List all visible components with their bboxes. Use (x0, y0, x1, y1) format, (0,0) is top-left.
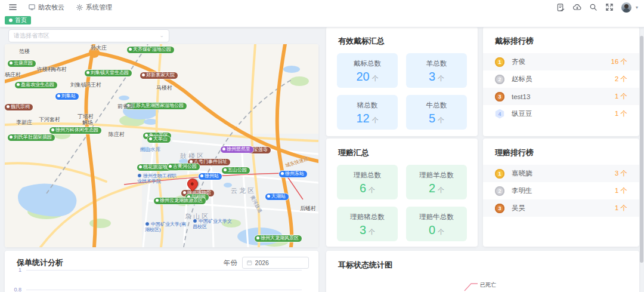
gear-icon (75, 3, 83, 11)
ranking-row: 2 赵标员 2 个 (483, 70, 639, 88)
rank-count: 1 个 (615, 186, 627, 195)
scrollbar-thumb[interactable] (640, 36, 643, 263)
stat-value: 0个 (429, 224, 444, 236)
map-poi-label: 范楼 (19, 49, 30, 55)
tag-summary-stats: 戴标总数 20个 羊总数 3个 猪总数 12个 牛总数 5个 (326, 52, 478, 130)
map-poi-label: 李新庄 (16, 120, 32, 126)
chart-gridline (26, 290, 302, 290)
rank-count: 1 个 (615, 204, 627, 213)
chart-gridline (26, 270, 302, 271)
ranking-row: 3 test13 1 个 (483, 88, 639, 105)
panel-title: 理赔汇总 (326, 139, 478, 164)
rank-name: 吴昊 (512, 204, 615, 213)
calendar-icon (247, 260, 252, 266)
map-poi-label: 刘集站 (55, 93, 79, 100)
map-poi-label: 刘集镇天堂生态园 (85, 70, 132, 76)
rank-count: 3 个 (615, 169, 627, 178)
hamburger-icon[interactable] (8, 3, 17, 11)
panel-title: 保单统计分析 (17, 257, 63, 268)
stat-card: 牛总数 5个 (406, 95, 467, 130)
region-select-placeholder: 请选择省市区 (14, 32, 49, 40)
top-navbar: 助农牧云 系统管理 ▾ (0, 0, 644, 14)
map-poi-label: 刘氏羊肚菌采摘园 (8, 134, 55, 141)
map-poi-label: 冯王村 (85, 82, 101, 88)
ranking-row: 1 嘉晓娆 3 个 (483, 165, 639, 182)
map-poi-label: 陈庄村 (109, 132, 125, 138)
rank-count: 1 个 (615, 109, 627, 118)
tag-summary-panel: 有效戴标汇总 戴标总数 20个 羊总数 3个 猪总数 12个 牛总数 5个 (326, 27, 478, 136)
map-poi-label: 解场 (82, 120, 93, 126)
rank-medal-icon: 1 (495, 169, 504, 179)
map-labels-layer: 孙大庄 范楼 天齐煤矿湿地公园 云康庄园 许楼村 梅布村 刘集镇天堂生态园 郑新… (5, 44, 318, 247)
eartag-chart-panel: 耳标状态统计图 已死亡 (326, 251, 639, 292)
stat-card: 理赔总数 6个 (337, 165, 398, 199)
map-poi-label: 后蟠村 (300, 206, 316, 212)
stat-card: 理赔猪总数 3个 (337, 207, 398, 241)
stat-value: 12个 (356, 112, 378, 124)
tag-home[interactable]: 首页 (5, 16, 31, 24)
search-icon[interactable] (589, 3, 597, 11)
map-poi-label: 古黄河公园 (167, 164, 200, 170)
stat-label: 猪总数 (357, 101, 378, 110)
map-poi-label: 马楼村 (156, 85, 172, 91)
nav-item-app[interactable]: 助农牧云 (27, 3, 64, 12)
stat-card: 理赔羊总数 2个 (406, 165, 467, 199)
tag-ranking-list: 1 齐俊 16 个 2 赵标员 2 个 3 test13 1 个 4 纵豆豆 1… (483, 53, 639, 122)
map-poi-label: 徐州万科休闲生态园 (49, 127, 101, 134)
map-poi-label: 黄河故道 (249, 195, 263, 214)
map-poi-label: 徐州站 (199, 173, 222, 180)
policy-chart-panel: 保单统计分析 年份 1 0.8 (5, 251, 318, 292)
nav-item-label: 系统管理 (86, 3, 112, 12)
stat-card: 理赔牛总数 0个 (406, 207, 467, 241)
map-poi-label: 徐州大龙湖风景区 (255, 235, 302, 242)
stat-label: 理赔总数 (354, 171, 381, 180)
map-poi-label: 徐州生物工程职业技术学院 (137, 173, 180, 185)
map-poi-label: 刘集镇 (70, 82, 86, 88)
stat-value: 6个 (360, 182, 375, 194)
stat-card: 羊总数 3个 (406, 53, 467, 88)
stat-value: 5个 (429, 112, 444, 124)
map-poi-label: 郑新袁家大院 (140, 72, 178, 79)
map-poi-label: 江苏九里湖国家湿地公园 (125, 103, 187, 109)
year-value-field[interactable] (255, 259, 304, 266)
tag-ranking-panel: 戴标排行榜 1 齐俊 16 个 2 赵标员 2 个 3 test13 1 个 4 (483, 27, 639, 136)
rank-name: 李明生 (512, 186, 615, 195)
map-poi-label: 五山公园 (222, 167, 250, 174)
stat-label: 理赔牛总数 (419, 213, 454, 222)
document-icon[interactable] (557, 3, 565, 11)
rank-medal-icon: 3 (495, 204, 504, 213)
rank-medal-icon: 2 (495, 75, 504, 84)
rank-name: 齐俊 (512, 57, 611, 66)
panel-title: 有效戴标汇总 (326, 27, 478, 52)
y-axis-tick: 1 (7, 267, 21, 273)
stat-label: 理赔猪总数 (350, 213, 385, 222)
avatar-caret-icon[interactable]: ▾ (636, 5, 638, 10)
map-poi-label: 云龙区 (231, 187, 256, 194)
map-poi-label: 大湖站 (265, 193, 289, 200)
region-select[interactable]: 请选择省市区 ⌄ (8, 29, 169, 42)
user-avatar[interactable] (621, 2, 631, 13)
stat-label: 戴标总数 (354, 59, 381, 68)
claim-ranking-panel: 理赔排行榜 1 嘉晓娆 3 个 2 李明生 1 个 3 吴昊 1 个 (483, 139, 639, 247)
rank-medal-icon: 3 (495, 92, 504, 102)
fullscreen-icon[interactable] (605, 3, 614, 11)
map-poi-label: 徐州东站 (279, 171, 307, 177)
map-panel[interactable]: 孙大庄 范楼 天齐煤矿湿地公园 云康庄园 许楼村 梅布村 刘集镇天堂生态园 郑新… (5, 44, 318, 247)
y-axis-tick: 0.8 (7, 287, 21, 292)
tag-home-label: 首页 (15, 16, 27, 24)
map-poi-label: 下河套村 (39, 117, 60, 123)
ranking-row: 4 纵豆豆 1 个 (483, 105, 639, 122)
map-poi-label: 大羊山 (147, 136, 171, 143)
nav-item-system[interactable]: 系统管理 (75, 3, 112, 12)
map-poi-label: 徐州云龙湖旅游景区 (154, 198, 206, 204)
year-label: 年份 (224, 259, 237, 268)
rank-name: 纵豆豆 (512, 109, 615, 118)
cloud-download-icon[interactable] (573, 3, 581, 11)
stat-value: 20个 (356, 70, 378, 82)
pie-legend-callout: 已死亡 (463, 281, 496, 291)
panel-title: 戴标排行榜 (483, 27, 639, 52)
chevron-down-icon: ⌄ (159, 33, 164, 38)
page-scrollbar (640, 27, 643, 292)
year-input[interactable] (242, 257, 309, 269)
rank-medal-icon: 2 (495, 186, 504, 196)
